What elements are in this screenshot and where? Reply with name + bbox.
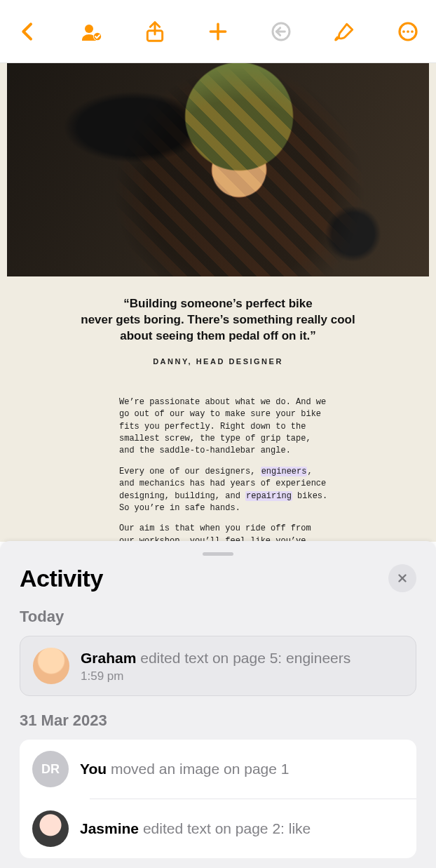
highlight-engineers[interactable]: engineers <box>261 467 308 476</box>
activity-row-graham[interactable]: Graham edited text on page 5: engineers … <box>20 636 416 696</box>
activity-who: Jasmine <box>80 820 139 836</box>
activity-text: Jasmine edited text on page 2: like <box>80 819 311 838</box>
avatar <box>33 648 69 684</box>
back-button[interactable] <box>13 16 43 47</box>
section-label-today: Today <box>20 608 416 626</box>
close-icon[interactable] <box>388 564 416 592</box>
activity-title: Activity <box>20 565 103 592</box>
sheet-grabber[interactable] <box>203 552 233 556</box>
activity-action: edited text on page 5: engineers <box>136 650 350 666</box>
activity-who: Graham <box>81 650 136 666</box>
activity-time: 1:59 pm <box>81 669 350 683</box>
p2-part-a: Every one of our designers, <box>119 467 261 476</box>
format-brush-icon[interactable] <box>329 16 360 47</box>
activity-text: You moved an image on page 1 <box>80 759 289 778</box>
quote-line-1: “Building someone’s perfect bike <box>63 296 373 312</box>
add-icon[interactable] <box>203 16 233 47</box>
body-text[interactable]: We’re passionate about what we do. And w… <box>7 373 329 542</box>
svg-point-0 <box>85 25 93 33</box>
hero-image[interactable] <box>7 63 429 276</box>
activity-action: moved an image on page 1 <box>107 761 289 777</box>
avatar: DR <box>32 751 69 787</box>
section-label-date: 31 Mar 2023 <box>20 712 416 730</box>
activity-action: edited text on page 2: like <box>139 820 311 836</box>
paragraph-2: Every one of our designers, engineers, a… <box>119 466 329 515</box>
undo-icon <box>266 16 297 47</box>
quote-line-3: about seeing them pedal off on it.” <box>63 328 373 345</box>
collaborate-icon[interactable] <box>76 16 107 47</box>
activity-card: DR You moved an image on page 1 Jasmine … <box>20 740 416 858</box>
quote-line-2: never gets boring. There’s something rea… <box>63 312 373 328</box>
svg-point-10 <box>407 30 409 33</box>
paragraph-1: We’re passionate about what we do. And w… <box>119 396 329 458</box>
svg-point-11 <box>411 30 414 33</box>
highlight-repairing[interactable]: repairing <box>245 491 292 501</box>
activity-row-you[interactable]: DR You moved an image on page 1 <box>20 740 416 799</box>
avatar <box>32 810 69 847</box>
paragraph-3: Our aim is that when you ride off from o… <box>119 523 329 542</box>
activity-row-jasmine[interactable]: Jasmine edited text on page 2: like <box>20 799 416 858</box>
quote-attribution: DANNY, HEAD DESIGNER <box>63 357 373 366</box>
activity-text: Graham edited text on page 5: engineers <box>81 648 350 667</box>
share-icon[interactable] <box>139 16 170 47</box>
activity-sheet: Activity Today Graham edited text on pag… <box>0 541 436 868</box>
toolbar <box>0 0 436 63</box>
svg-point-9 <box>402 30 405 33</box>
more-icon[interactable] <box>393 16 423 47</box>
activity-who: You <box>80 761 107 777</box>
quote-block[interactable]: “Building someone’s perfect bike never g… <box>7 276 429 373</box>
document-canvas[interactable]: “Building someone’s perfect bike never g… <box>0 63 436 542</box>
